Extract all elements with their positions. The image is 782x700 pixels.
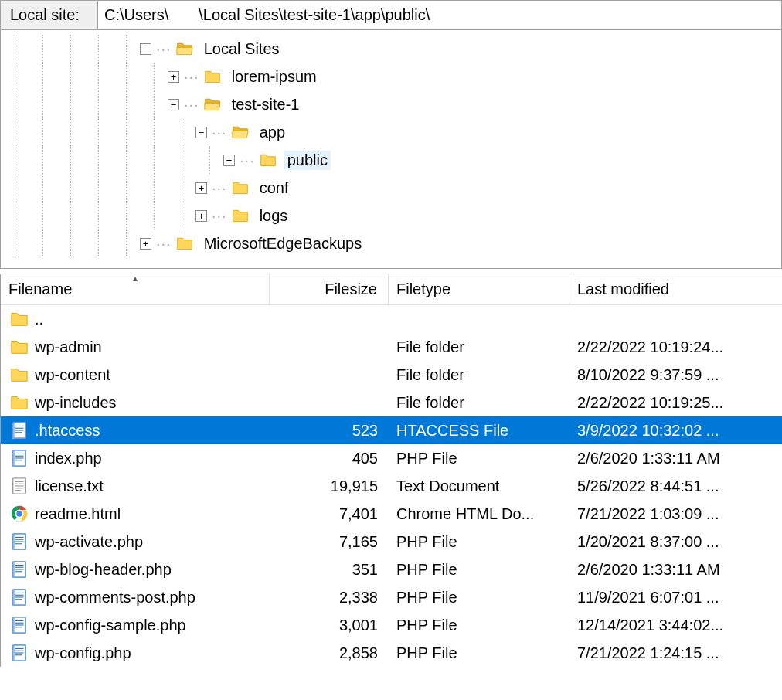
file-list-header: Filename ▴ Filesize Filetype Last modifi… — [1, 274, 782, 305]
file-type-cell: HTACCESS File — [389, 422, 570, 440]
file-size-cell: 7,401 — [270, 505, 389, 523]
file-name: .. — [35, 311, 43, 328]
path-input-wrap — [98, 1, 781, 29]
file-row[interactable]: wp-content File folder 8/10/2022 9:37:59… — [1, 361, 782, 389]
file-type-cell: PHP File — [389, 561, 570, 579]
file-type-cell: File folder — [389, 366, 570, 384]
column-header-filesize-label: Filesize — [325, 280, 377, 298]
tree-guide — [168, 118, 196, 146]
file-name: wp-blog-header.php — [35, 561, 172, 579]
tree-expand-icon[interactable]: + — [196, 210, 207, 222]
file-row[interactable]: wp-config.php 2,858 PHP File 7/21/2022 1… — [1, 639, 782, 667]
file-modified-cell: 5/26/2022 8:44:51 ... — [570, 477, 782, 495]
tree-collapse-icon[interactable]: − — [140, 43, 151, 55]
folder-icon — [230, 179, 250, 196]
tree-item[interactable]: +···conf — [1, 174, 781, 202]
tree-guide — [56, 35, 84, 63]
tree-guide — [168, 174, 196, 202]
file-name: index.php — [35, 450, 102, 467]
tree-expand-icon[interactable]: + — [168, 71, 179, 83]
tree-guide — [112, 202, 140, 229]
folder-icon — [10, 338, 29, 356]
tree-expand-icon[interactable]: + — [140, 238, 151, 250]
file-name-cell: wp-comments-post.php — [1, 588, 270, 607]
tree-item[interactable]: +···public — [1, 146, 781, 174]
file-row[interactable]: license.txt 19,915 Text Document 5/26/20… — [1, 472, 782, 500]
file-row[interactable]: wp-comments-post.php 2,338 PHP File 11/9… — [1, 583, 782, 611]
tree-expand-icon[interactable]: + — [223, 155, 235, 166]
file-name-cell: index.php — [1, 449, 270, 467]
file-row[interactable]: wp-activate.php 7,165 PHP File 1/20/2021… — [1, 528, 782, 556]
file-modified-cell: 3/9/2022 10:32:02 ... — [570, 422, 782, 440]
file-row[interactable]: index.php 405 PHP File 2/6/2020 1:33:11 … — [1, 444, 782, 472]
file-name: wp-content — [35, 366, 110, 384]
column-header-modified-label: Last modified — [577, 280, 669, 298]
tree-item-label: test-site-1 — [229, 95, 303, 114]
tree-expand-icon[interactable]: + — [196, 182, 207, 194]
tree-guide — [112, 118, 140, 146]
file-type-cell: File folder — [389, 338, 570, 356]
file-modified-cell: 2/6/2020 1:33:11 AM — [570, 561, 782, 579]
tree-guide — [112, 229, 140, 257]
tree-guide — [56, 63, 84, 90]
tree-collapse-icon[interactable]: − — [196, 127, 207, 138]
file-text-icon — [10, 477, 29, 495]
tree-guide — [1, 202, 29, 229]
local-path-input[interactable] — [103, 5, 781, 25]
tree-guide — [140, 63, 168, 90]
tree-guide — [84, 63, 112, 90]
file-modified-cell: 8/10/2022 9:37:59 ... — [570, 366, 782, 384]
file-row[interactable]: .htaccess 523 HTACCESS File 3/9/2022 10:… — [1, 416, 782, 444]
file-row[interactable]: wp-admin File folder 2/22/2022 10:19:24.… — [1, 333, 782, 361]
file-modified-cell: 2/22/2022 10:19:25... — [570, 394, 782, 412]
folder-icon — [230, 207, 250, 224]
tree-item[interactable]: +···lorem-ipsum — [1, 63, 781, 90]
tree-connector: ··· — [212, 179, 227, 197]
tree-item[interactable]: +···MicrosoftEdgeBackups — [1, 229, 781, 257]
tree-guide — [56, 118, 84, 146]
file-row[interactable]: wp-config-sample.php 3,001 PHP File 12/1… — [1, 611, 782, 639]
folder-icon — [175, 235, 195, 252]
column-header-filetype[interactable]: Filetype — [389, 274, 570, 304]
tree-collapse-icon[interactable]: − — [168, 99, 179, 110]
file-row[interactable]: .. — [1, 305, 782, 333]
column-header-filename-label: Filename — [8, 280, 72, 298]
file-size-cell: 3,001 — [270, 617, 389, 634]
tree-guide — [112, 146, 140, 174]
file-type-cell: File folder — [389, 394, 570, 412]
tree-guide — [84, 146, 112, 174]
column-header-filetype-label: Filetype — [396, 280, 450, 298]
tree-guide — [112, 35, 140, 63]
tree-guide — [112, 174, 140, 202]
local-tree-panel: Local site: −···Local Sites+···lorem-ips… — [0, 0, 782, 269]
file-name: license.txt — [35, 477, 104, 495]
file-row[interactable]: readme.html 7,401 Chrome HTML Do... 7/21… — [1, 500, 782, 528]
column-header-filename[interactable]: Filename ▴ — [1, 274, 270, 304]
tree-connector: ··· — [156, 40, 172, 58]
tree-item[interactable]: −···Local Sites — [1, 35, 781, 63]
file-name-cell: wp-config.php — [1, 644, 270, 662]
file-type-cell: Text Document — [389, 477, 570, 495]
tree-item[interactable]: −···test-site-1 — [1, 90, 781, 118]
tree-guide — [84, 229, 112, 257]
file-name-cell: wp-blog-header.php — [1, 560, 270, 579]
file-blue-icon — [10, 588, 29, 607]
column-header-modified[interactable]: Last modified — [570, 274, 782, 304]
file-modified-cell: 7/21/2022 1:03:09 ... — [570, 505, 782, 523]
tree-connector: ··· — [240, 151, 255, 169]
column-header-filesize[interactable]: Filesize — [270, 274, 389, 304]
tree-item[interactable]: +···logs — [1, 202, 781, 229]
file-row[interactable]: wp-blog-header.php 351 PHP File 2/6/2020… — [1, 556, 782, 583]
tree-guide — [56, 174, 84, 202]
file-name: readme.html — [35, 505, 121, 523]
folder-icon — [10, 365, 29, 384]
tree-guide — [56, 202, 84, 229]
tree-item[interactable]: −···app — [1, 118, 781, 146]
file-row[interactable]: wp-includes File folder 2/22/2022 10:19:… — [1, 389, 782, 416]
tree-guide — [140, 146, 168, 174]
tree-guide — [112, 63, 140, 90]
file-list[interactable]: .. wp-admin File folder 2/22/2022 10:19:… — [1, 305, 782, 667]
tree-guide — [84, 202, 112, 229]
directory-tree[interactable]: −···Local Sites+···lorem-ipsum−···test-s… — [1, 30, 781, 268]
file-name-cell: wp-content — [1, 365, 270, 384]
